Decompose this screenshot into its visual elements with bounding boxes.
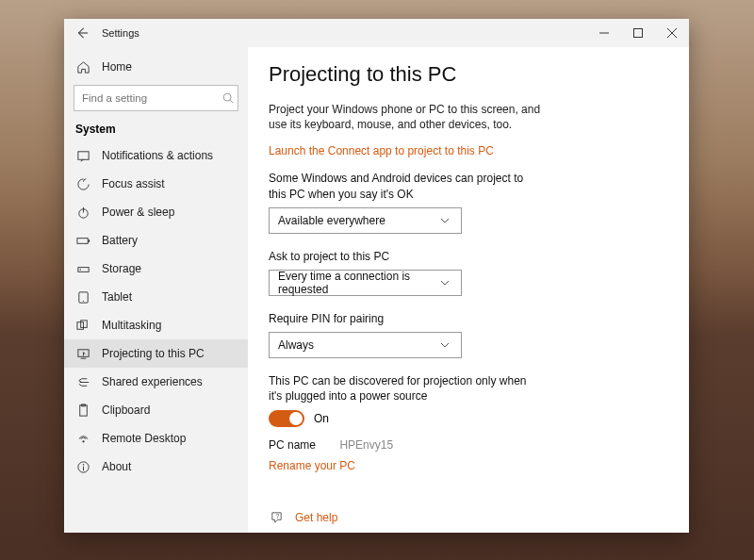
toggle-thumb xyxy=(289,412,303,425)
storage-icon xyxy=(75,261,90,276)
home-link[interactable]: Home xyxy=(64,53,248,81)
require-pin-value: Always xyxy=(278,338,314,352)
back-button[interactable] xyxy=(72,23,92,43)
svg-point-7 xyxy=(79,269,81,271)
launch-connect-link[interactable]: Launch the Connect app to project to thi… xyxy=(269,144,494,157)
svg-text:?: ? xyxy=(275,513,279,519)
require-pin-label: Require PIN for pairing xyxy=(269,311,542,326)
search-input-wrap[interactable] xyxy=(74,85,238,111)
sidebar-item-shared-experiences[interactable]: Shared experiences xyxy=(64,368,248,396)
discoverable-label: This PC can be discovered for projection… xyxy=(269,373,542,404)
sidebar-item-label: Remote Desktop xyxy=(102,432,186,445)
sidebar-item-multitasking[interactable]: Multitasking xyxy=(64,311,248,339)
titlebar: Settings xyxy=(64,19,689,47)
projecting-icon xyxy=(75,346,90,361)
sidebar-item-about[interactable]: About xyxy=(64,453,248,481)
ask-to-project-value: Every time a connection is requested xyxy=(278,270,437,296)
svg-rect-5 xyxy=(88,239,89,242)
sidebar-item-storage[interactable]: Storage xyxy=(64,255,248,283)
svg-rect-0 xyxy=(634,29,643,38)
chevron-down-icon xyxy=(437,275,452,290)
minimize-button[interactable] xyxy=(587,19,621,47)
toggle-state-label: On xyxy=(314,412,329,425)
svg-point-9 xyxy=(82,300,83,301)
focus-assist-icon xyxy=(75,176,90,191)
tablet-icon xyxy=(75,289,90,305)
sidebar-item-label: Multitasking xyxy=(102,319,161,332)
sidebar-item-label: Shared experiences xyxy=(102,375,203,388)
maximize-button[interactable] xyxy=(621,19,655,47)
shared-experiences-icon xyxy=(75,374,90,389)
back-arrow-icon xyxy=(74,25,90,41)
svg-rect-2 xyxy=(77,151,88,158)
multitasking-icon xyxy=(75,318,90,333)
sidebar-item-label: Tablet xyxy=(102,290,132,304)
page-title: Projecting to this PC xyxy=(269,62,668,87)
sidebar-item-label: About xyxy=(102,460,131,473)
svg-rect-13 xyxy=(79,404,87,415)
page-description: Project your Windows phone or PC to this… xyxy=(269,102,542,132)
pc-name-row: PC name HPEnvy15 xyxy=(269,438,668,452)
sidebar-item-notifications[interactable]: Notifications & actions xyxy=(64,141,248,170)
ask-to-project-label: Ask to project to this PC xyxy=(269,249,542,264)
sidebar: Home System Notifications & actions Focu… xyxy=(64,47,248,533)
sidebar-item-label: Clipboard xyxy=(102,404,150,417)
app-title: Settings xyxy=(102,27,139,39)
discoverable-toggle[interactable]: On xyxy=(269,410,329,427)
clipboard-icon xyxy=(75,403,90,418)
search-input[interactable] xyxy=(82,92,221,104)
require-pin-select[interactable]: Always xyxy=(269,332,462,358)
pc-name-label: PC name xyxy=(269,438,316,452)
help-icon: ? xyxy=(269,510,284,525)
maximize-icon xyxy=(631,25,646,41)
availability-value: Available everywhere xyxy=(278,214,385,227)
sidebar-item-tablet[interactable]: Tablet xyxy=(64,283,248,311)
rename-pc-link[interactable]: Rename your PC xyxy=(269,459,355,472)
battery-icon xyxy=(75,233,90,248)
ask-to-project-select[interactable]: Every time a connection is requested xyxy=(269,270,462,296)
get-help-link[interactable]: Get help xyxy=(295,511,337,524)
chevron-down-icon xyxy=(437,213,452,228)
availability-select[interactable]: Available everywhere xyxy=(269,207,462,234)
feedback-icon xyxy=(269,533,284,534)
sidebar-item-focus-assist[interactable]: Focus assist xyxy=(64,170,248,198)
sidebar-item-label: Projecting to this PC xyxy=(102,347,205,360)
settings-window: Settings Home xyxy=(64,19,689,533)
sidebar-item-power-sleep[interactable]: Power & sleep xyxy=(64,198,248,226)
notifications-icon xyxy=(75,148,90,163)
sidebar-item-projecting[interactable]: Projecting to this PC xyxy=(64,339,248,368)
sidebar-item-label: Storage xyxy=(102,262,141,275)
sidebar-item-label: Focus assist xyxy=(102,177,165,190)
chevron-down-icon xyxy=(437,338,452,353)
sidebar-item-remote-desktop[interactable]: Remote Desktop xyxy=(64,424,248,453)
svg-rect-4 xyxy=(76,238,87,243)
svg-point-1 xyxy=(223,93,231,101)
remote-desktop-icon xyxy=(75,431,90,446)
close-button[interactable] xyxy=(655,19,689,47)
home-icon xyxy=(75,59,90,74)
about-icon xyxy=(75,459,90,474)
toggle-track xyxy=(269,410,304,427)
sidebar-item-clipboard[interactable]: Clipboard xyxy=(64,396,248,424)
sidebar-item-battery[interactable]: Battery xyxy=(64,226,248,255)
minimize-icon xyxy=(597,25,612,41)
svg-point-15 xyxy=(82,440,84,442)
pc-name-value: HPEnvy15 xyxy=(339,438,393,452)
content-area: Projecting to this PC Project your Windo… xyxy=(248,47,689,533)
svg-point-17 xyxy=(82,463,84,465)
close-icon xyxy=(664,25,680,41)
sidebar-item-label: Notifications & actions xyxy=(102,149,213,162)
home-label: Home xyxy=(102,60,132,74)
power-icon xyxy=(75,205,90,220)
sidebar-item-label: Power & sleep xyxy=(102,206,174,219)
category-header: System xyxy=(64,117,248,141)
sidebar-item-label: Battery xyxy=(102,234,138,247)
availability-label: Some Windows and Android devices can pro… xyxy=(269,171,542,201)
search-icon xyxy=(221,91,236,106)
